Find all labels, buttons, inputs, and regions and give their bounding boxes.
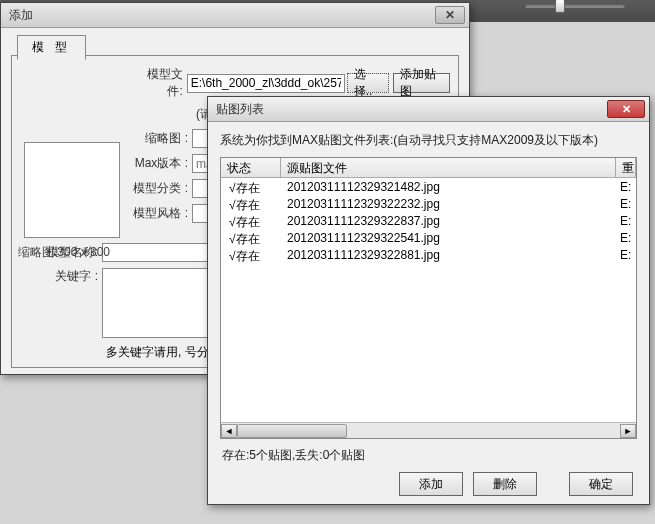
thumb-label: 缩略图 : xyxy=(132,130,192,147)
col-extra[interactable]: 重 xyxy=(616,158,636,177)
cell-ext: E: xyxy=(620,231,636,248)
map-table: 状态 源贴图文件 重 √存在20120311112329321482.jpgE:… xyxy=(220,157,637,439)
list-message: 系统为你找到MAX贴图文件列表:(自动寻找只支持MAX2009及以下版本) xyxy=(220,132,637,149)
scroll-left-icon[interactable]: ◄ xyxy=(221,424,237,438)
col-source[interactable]: 源贴图文件 xyxy=(281,158,616,177)
cell-file: 20120311112329322232.jpg xyxy=(281,197,620,214)
add-button[interactable]: 添加 xyxy=(399,472,463,496)
maplist-titlebar[interactable]: 贴图列表 ✕ xyxy=(208,97,649,122)
cell-status: √存在 xyxy=(221,197,281,214)
close-icon[interactable]: ✕ xyxy=(607,100,645,118)
cell-file: 20120311112329321482.jpg xyxy=(281,180,620,197)
category-label: 模型分类 : xyxy=(132,180,192,197)
h-scrollbar[interactable]: ◄ ► xyxy=(221,422,636,438)
table-row[interactable]: √存在20120311112329322837.jpgE: xyxy=(221,214,636,231)
cell-status: √存在 xyxy=(221,231,281,248)
table-row[interactable]: √存在20120311112329322541.jpgE: xyxy=(221,231,636,248)
thumbnail-caption: 缩略图:300 x 300 xyxy=(18,244,110,261)
table-row[interactable]: √存在20120311112329322881.jpgE: xyxy=(221,248,636,265)
cell-ext: E: xyxy=(620,180,636,197)
model-file-label: 模型文件: xyxy=(132,66,187,100)
zoom-slider[interactable] xyxy=(525,4,625,8)
cell-file: 20120311112329322881.jpg xyxy=(281,248,620,265)
cell-ext: E: xyxy=(620,248,636,265)
browse-button[interactable]: 选择.. xyxy=(347,73,389,93)
cell-ext: E: xyxy=(620,214,636,231)
table-header: 状态 源贴图文件 重 xyxy=(221,158,636,178)
style-label: 模型风格 : xyxy=(132,205,192,222)
scroll-right-icon[interactable]: ► xyxy=(620,424,636,438)
table-row[interactable]: √存在20120311112329321482.jpgE: xyxy=(221,180,636,197)
slider-thumb[interactable] xyxy=(555,0,565,13)
maplist-window: 贴图列表 ✕ 系统为你找到MAX贴图文件列表:(自动寻找只支持MAX2009及以… xyxy=(207,96,650,505)
keyword-label: 关键字 : xyxy=(42,268,102,285)
cell-status: √存在 xyxy=(221,180,281,197)
table-row[interactable]: √存在20120311112329322232.jpgE: xyxy=(221,197,636,214)
cell-status: √存在 xyxy=(221,248,281,265)
add-window-title: 添加 xyxy=(9,7,33,24)
scroll-thumb[interactable] xyxy=(237,424,347,438)
keyword-hint: 多关键字请用, 号分隔 xyxy=(106,344,221,361)
close-icon[interactable]: ✕ xyxy=(435,6,465,24)
cell-file: 20120311112329322541.jpg xyxy=(281,231,620,248)
maplist-title: 贴图列表 xyxy=(216,101,264,118)
delete-button[interactable]: 删除 xyxy=(473,472,537,496)
maxver-label: Max版本 : xyxy=(132,155,192,172)
ok-button[interactable]: 确定 xyxy=(569,472,633,496)
add-map-button[interactable]: 添加贴图 xyxy=(393,73,450,93)
tab-strip: 模 型 xyxy=(11,34,459,56)
thumbnail-preview xyxy=(24,142,120,238)
cell-file: 20120311112329322837.jpg xyxy=(281,214,620,231)
cell-status: √存在 xyxy=(221,214,281,231)
col-status[interactable]: 状态 xyxy=(221,158,281,177)
model-file-input[interactable] xyxy=(187,74,345,93)
status-text: 存在:5个贴图,丢失:0个贴图 xyxy=(222,447,637,464)
cell-ext: E: xyxy=(620,197,636,214)
add-window-titlebar[interactable]: 添加 ✕ xyxy=(1,3,469,28)
